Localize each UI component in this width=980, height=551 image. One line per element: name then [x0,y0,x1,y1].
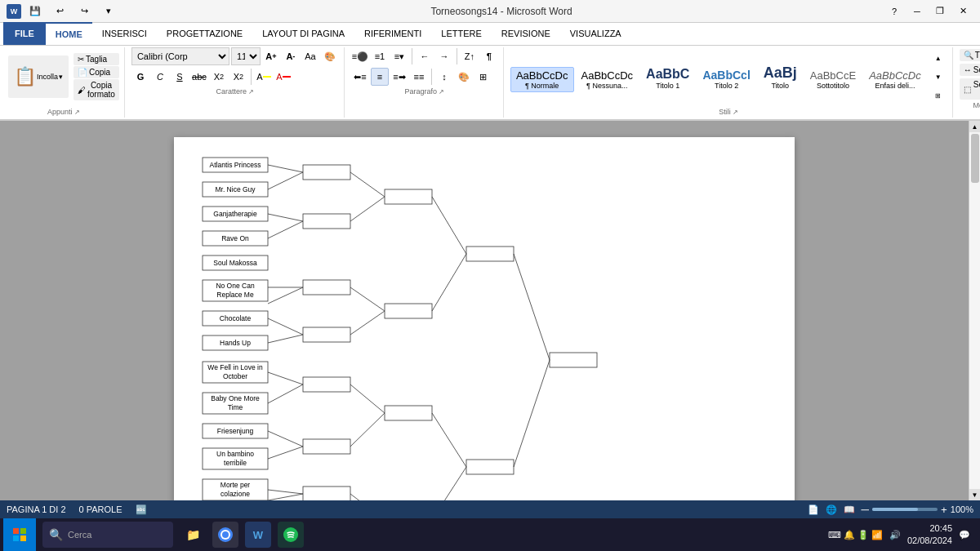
close-btn[interactable]: ✕ [952,3,973,20]
taglia-btn[interactable]: ✂ Taglia [74,53,119,65]
increase-indent-btn[interactable]: → [435,47,453,65]
word-taskbar-btn[interactable]: W [245,522,271,548]
tab-layout[interactable]: LAYOUT DI PAGINA [252,22,354,45]
style-normale[interactable]: AaBbCcDc ¶ Normale [510,67,574,92]
font-size-select[interactable]: 11 [231,47,261,65]
tab-lettere[interactable]: LETTERE [431,22,492,45]
minimize-btn[interactable]: ─ [906,3,928,20]
decrease-indent-btn[interactable]: ← [416,47,434,65]
multilevel-btn[interactable]: ≡▾ [390,47,408,65]
redo-btn[interactable]: ↪ [74,3,95,20]
tab-visualizza[interactable]: VISUALIZZA [560,22,631,45]
chrome-btn[interactable] [212,522,238,548]
font-family-select[interactable]: Calibri (Corp [131,47,229,65]
align-left-btn[interactable]: ⬅≡ [351,68,369,86]
save-quick-btn[interactable]: 💾 [24,3,46,20]
align-center-btn[interactable]: ≡ [371,68,389,86]
search-icon: 🔍 [964,51,973,60]
zoom-slider[interactable] [872,508,938,511]
layout-read-icon[interactable]: 📖 [844,504,855,515]
scroll-down-btn[interactable]: ▼ [969,489,980,500]
font-shrink-btn[interactable]: A- [282,47,300,65]
title-controls: ? ─ ❐ ✕ [884,3,973,20]
restore-btn[interactable]: ❐ [929,3,951,20]
document-scroll[interactable]: Atlantis Princess Mr. Nice Guy Ganjather… [0,121,969,500]
layout-web-icon[interactable]: 🌐 [826,504,837,515]
layout-print-icon[interactable]: 📄 [808,504,819,515]
incolla-btn[interactable]: 📋 Incolla ▾ [8,56,69,98]
border-btn[interactable]: ⊞ [474,68,492,86]
styles-scroll-up[interactable]: ▲ [929,49,947,67]
file-explorer-btn[interactable]: 📁 [180,522,206,548]
svg-line-53 [268,431,303,447]
customize-btn[interactable]: ▾ [98,3,119,20]
style-titolo1[interactable]: AaBbC Titolo 1 [640,64,695,92]
trova-btn[interactable]: 🔍 Trova ▾ [960,49,980,61]
search-taskbar[interactable]: 🔍 Cerca [42,522,173,548]
clear-format-btn[interactable]: 🎨 [321,47,339,65]
change-case-btn[interactable]: Aa [301,47,319,65]
style-sottotitolo[interactable]: AaBbCcE Sottotitolo [804,67,862,92]
sostituisci-btn[interactable]: ↔ Sostituisci [960,64,980,76]
line-spacing-btn[interactable]: ↕ [435,68,453,86]
styles-expand[interactable]: ⊞ [929,87,947,104]
spotify-btn[interactable] [278,522,304,548]
svg-line-44 [268,172,303,189]
svg-text:Morte per: Morte per [220,481,251,489]
font-grow-btn[interactable]: A+ [262,47,280,65]
start-button[interactable] [3,518,36,551]
notification-btn[interactable]: 💬 [959,530,970,540]
help-btn[interactable]: ? [884,3,905,20]
style-titolo2-label: Titolo 2 [702,82,750,90]
numbering-btn[interactable]: ≡1 [371,47,389,65]
underline-btn[interactable]: S [171,68,189,86]
italic-btn[interactable]: C [151,68,169,86]
svg-line-76 [432,467,466,500]
paragraph-group: ≡⚫ ≡1 ≡▾ ← → Z↑ ¶ ⬅≡ ≡ ≡➡ ≡≡ [346,47,504,118]
taskbar-clock[interactable]: 20:45 02/08/2024 [907,522,952,548]
tab-revisione[interactable]: REVISIONE [492,22,560,45]
tab-home[interactable]: HOME [46,22,92,45]
undo-btn[interactable]: ↩ [49,3,70,20]
font-color-btn[interactable]: A [274,68,292,86]
page-indicator[interactable]: PAGINA 1 DI 2 [7,504,66,514]
scroll-thumb[interactable] [971,134,979,183]
word-count[interactable]: 0 PAROLE [79,504,122,514]
tab-file[interactable]: FILE [3,22,46,45]
zoom-out-btn[interactable]: ─ [862,504,869,516]
vertical-scrollbar[interactable]: ▲ ▼ [969,121,980,500]
show-hide-btn[interactable]: ¶ [480,47,498,65]
subscript-btn[interactable]: X2 [210,68,228,86]
cut-icon: ✂ [78,55,84,64]
style-enfasi[interactable]: AaBbCcDc Enfasi deli... [863,67,927,92]
text-highlight-btn[interactable]: A [255,68,273,86]
style-nessuna[interactable]: AaBbCcDc ¶ Nessuna... [576,67,639,92]
justify-btn[interactable]: ≡≡ [410,68,428,86]
volume-icon[interactable]: 🔊 [889,530,901,540]
style-titolo[interactable]: AaBj Titolo [758,62,803,92]
style-normale-preview: AaBbCcDc [516,69,568,82]
align-right-btn[interactable]: ≡➡ [390,68,408,86]
svg-rect-36 [303,214,350,229]
superscript-btn[interactable]: X2 [229,68,247,86]
copiaformato-btn[interactable]: 🖌 Copia formato [74,79,119,100]
scroll-up-btn[interactable]: ▲ [969,121,980,132]
tab-riferimenti[interactable]: RIFERIMENTI [354,22,431,45]
bullets-btn[interactable]: ≡⚫ [351,47,369,65]
svg-text:No One Can: No One Can [216,282,255,290]
strikethrough-btn[interactable]: abc [190,68,208,86]
seleziona-btn[interactable]: ⬚ Seleziona ▾ [960,78,980,100]
sort-btn[interactable]: Z↑ [461,47,479,65]
styles-scroll-down[interactable]: ▼ [929,68,947,86]
clipboard-items: 📋 Incolla ▾ ✂ Taglia [8,47,119,106]
zoom-level[interactable]: 100% [951,504,973,514]
tab-inserisci[interactable]: INSERISCI [92,22,157,45]
copia-label: Copia [89,68,110,77]
tab-progettazione[interactable]: PROGETTAZIONE [157,22,252,45]
copia-btn[interactable]: 📄 Copia [74,66,119,78]
style-titolo2[interactable]: AaBbCcl Titolo 2 [697,66,755,92]
shading-btn[interactable]: 🎨 [455,68,473,86]
svg-rect-40 [303,439,350,454]
bold-btn[interactable]: G [131,68,149,86]
zoom-in-btn[interactable]: + [941,504,947,516]
